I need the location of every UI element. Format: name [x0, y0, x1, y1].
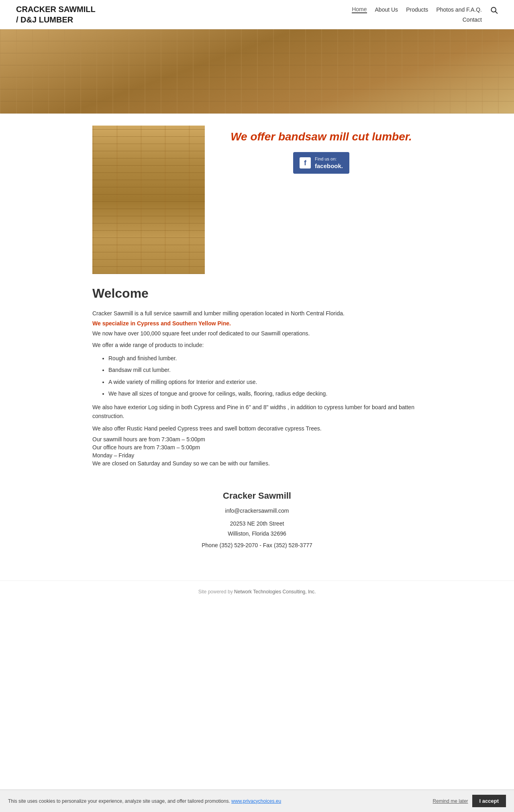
hero-image: [0, 29, 514, 114]
facebook-icon: f: [300, 157, 311, 168]
upper-section: We offer bandsaw mill cut lumber. f Find…: [92, 126, 422, 274]
nav-bottom: Contact: [463, 16, 498, 23]
site-title: CRACKER SAWMILL / D&J LUMBER: [16, 4, 96, 25]
closed-text: We are closed on Saturday and Sunday so …: [92, 460, 422, 467]
hero-background: [0, 29, 514, 114]
svg-line-1: [496, 12, 498, 14]
tagline: We offer bandsaw mill cut lumber.: [221, 130, 422, 144]
nav-home[interactable]: Home: [352, 6, 367, 13]
list-item: Bandsaw mill cut lumber.: [108, 365, 422, 375]
footer-email[interactable]: info@crackersawmill.com: [92, 508, 422, 514]
days-text: Monday – Friday: [92, 452, 422, 459]
list-item: We have all sizes of tongue and groove f…: [108, 389, 422, 399]
square-feet-text: We now have over 100,000 square feet und…: [92, 329, 422, 338]
nav-top: Home About Us Products Photos and F.A.Q.: [352, 6, 498, 13]
nav-products[interactable]: Products: [406, 6, 428, 13]
specialize-text: We specialize in Cypress and Southern Ye…: [92, 320, 422, 327]
office-hours-text: Our office hours are from 7:30am – 5:00p…: [92, 444, 422, 451]
footer-address: 20253 NE 20th Street Williston, Florida …: [92, 519, 422, 539]
offer-intro-text: We offer a wide range of products to inc…: [92, 341, 422, 349]
right-section: We offer bandsaw mill cut lumber. f Find…: [221, 126, 422, 174]
facebook-name: facebook.: [315, 162, 343, 170]
footer-info: Cracker Sawmill info@crackersawmill.com …: [92, 483, 422, 548]
site-footer: Site powered by Network Technologies Con…: [0, 581, 514, 603]
lumber-image-inner: [92, 126, 205, 274]
nav-photos[interactable]: Photos and F.A.Q.: [436, 6, 482, 13]
address-line2: Williston, Florida 32696: [92, 529, 422, 539]
list-item: Rough and finished lumber.: [108, 353, 422, 363]
facebook-find: Find us on:: [315, 156, 343, 162]
sawmill-hours-text: Our sawmill hours are from 7:30am – 5:00…: [92, 436, 422, 443]
products-list: Rough and finished lumber. Bandsaw mill …: [108, 353, 422, 399]
main-content: We offer bandsaw mill cut lumber. f Find…: [76, 114, 438, 572]
address-line1: 20253 NE 20th Street: [92, 519, 422, 529]
rustic-text: We also offer Rustic Hand peeled Cypress…: [92, 424, 422, 433]
nav-about[interactable]: About Us: [375, 6, 398, 13]
intro-text: Cracker Sawmill is a full service sawmil…: [92, 309, 422, 318]
facebook-button[interactable]: f Find us on: facebook.: [293, 152, 349, 174]
search-button[interactable]: [490, 6, 498, 15]
footer-company: Cracker Sawmill: [92, 491, 422, 501]
site-header: CRACKER SAWMILL / D&J LUMBER Home About …: [0, 0, 514, 29]
lumber-image: [92, 126, 205, 274]
nav-area: Home About Us Products Photos and F.A.Q.…: [352, 6, 498, 23]
welcome-heading: Welcome: [92, 286, 422, 301]
facebook-text: Find us on: facebook.: [315, 156, 343, 170]
exterior-log-text: We also have exterior Log siding in both…: [92, 403, 422, 421]
powered-by-text: Site powered by: [198, 589, 233, 595]
nav-contact[interactable]: Contact: [463, 16, 482, 23]
ntc-link[interactable]: Network Technologies Consulting, Inc.: [234, 589, 316, 595]
footer-phone: Phone (352) 529-2070 - Fax (352) 528-377…: [92, 542, 422, 548]
list-item: A wide variety of milling options for In…: [108, 377, 422, 387]
